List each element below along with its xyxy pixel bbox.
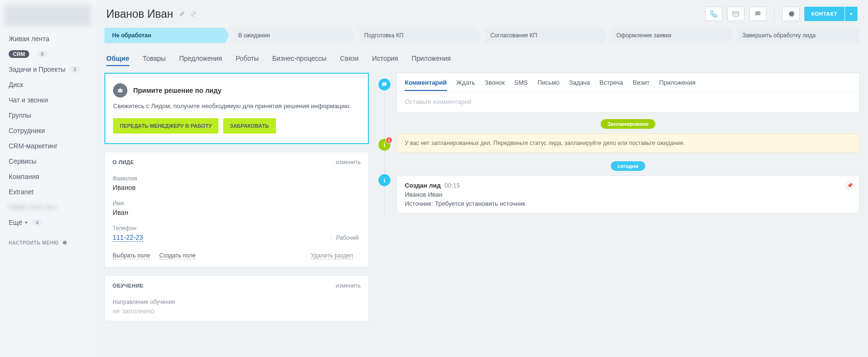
ctab-visit[interactable]: Визит xyxy=(633,79,650,91)
lead-card-title: О ЛИДЕ xyxy=(113,159,134,165)
sidebar: Живая лента CRM 8 Задачи и Проекты 3 Дис… xyxy=(0,0,96,357)
ctab-apps[interactable]: Приложения xyxy=(659,79,696,91)
nav-pill: CRM xyxy=(9,50,29,58)
assign-manager-button[interactable]: ПЕРЕДАТЬ МЕНЕДЖЕРУ В РАБОТУ xyxy=(113,118,218,134)
nav-more[interactable]: Ещё ▼ 4 xyxy=(0,215,96,230)
nav-label: Задачи и Проекты xyxy=(9,66,66,73)
stage-not-processed[interactable]: Не обработан xyxy=(104,28,229,43)
comment-input[interactable]: Оставьте комментарий xyxy=(397,91,859,112)
call-button[interactable] xyxy=(705,7,722,21)
nav-badge: 4 xyxy=(32,219,43,226)
nav-item-company[interactable]: Компания xyxy=(0,169,96,184)
nav-label: hidden item text xyxy=(9,203,56,211)
stage-approve-offer[interactable]: Согласование КП xyxy=(483,28,607,43)
nav-label: Компания xyxy=(9,173,39,180)
nav-item-disk[interactable]: Диск xyxy=(0,77,96,92)
main-content: Иванов Иван КОНТАКТ ▼ Не обработан В ожи… xyxy=(96,0,868,357)
event-source: Источник: Требуется установить источник xyxy=(405,200,851,207)
tab-history[interactable]: История xyxy=(372,50,398,67)
nav-item-extranet[interactable]: Extranet xyxy=(0,184,96,200)
ctab-meeting[interactable]: Встреча xyxy=(600,79,623,91)
education-card: ОБУЧЕНИЕ изменить Направление обучения н… xyxy=(104,275,369,321)
planned-note: У вас нет запланированных дел. Передвинь… xyxy=(397,134,859,153)
lastname-value: Иванов xyxy=(113,184,361,191)
edu-card-edit[interactable]: изменить xyxy=(336,282,361,289)
direction-value: не заполнено xyxy=(113,307,361,315)
firstname-label: Имя xyxy=(113,200,361,207)
ctab-call[interactable]: Звонок xyxy=(485,79,505,91)
event-card: Создан лид 00:15 Иванов Иван Источник: Т… xyxy=(397,176,859,213)
phone-value[interactable]: 111-22-23 xyxy=(113,234,143,242)
nav-configure[interactable]: НАСТРОИТЬ МЕНЮ xyxy=(0,230,96,255)
tab-products[interactable]: Товары xyxy=(143,50,166,67)
header-actions: КОНТАКТ ▼ xyxy=(705,7,857,21)
ctab-sms[interactable]: SMS xyxy=(514,79,528,91)
nav-label: Сотрудники xyxy=(9,127,45,134)
stage-waiting[interactable]: В ожидании xyxy=(230,28,355,43)
gear-icon xyxy=(61,240,67,245)
nav-badge: 3 xyxy=(69,66,80,73)
svg-point-3 xyxy=(121,90,122,91)
right-column: i 1 i Комментарий Ждать Звонок SMS Письм… xyxy=(378,73,859,213)
nav-item-tasks[interactable]: Задачи и Проекты 3 xyxy=(0,62,96,77)
tab-general[interactable]: Общие xyxy=(106,50,129,67)
nav-badge: 8 xyxy=(37,51,47,57)
event-time: 00:15 xyxy=(445,182,460,189)
event-name: Иванов Иван xyxy=(405,191,851,198)
ctab-letter[interactable]: Письмо xyxy=(537,79,560,91)
tab-apps[interactable]: Приложения xyxy=(411,50,451,67)
contact-dropdown[interactable]: ▼ xyxy=(845,7,857,21)
phone-label: Телефон xyxy=(113,225,361,232)
link-icon[interactable] xyxy=(190,11,197,17)
timeline-comment-icon xyxy=(378,78,390,90)
lead-card-edit[interactable]: изменить xyxy=(336,159,361,166)
nav-item-hidden[interactable]: hidden item text xyxy=(0,200,96,215)
settings-button[interactable] xyxy=(782,7,799,21)
contact-button[interactable]: КОНТАКТ xyxy=(804,7,845,21)
nav-item-crm-marketing[interactable]: CRM-маркетинг xyxy=(0,138,96,154)
edu-card-title: ОБУЧЕНИЕ xyxy=(113,283,143,289)
left-column: Примите решение по лиду Свяжитесь с Лидо… xyxy=(104,73,369,329)
comment-panel: Комментарий Ждать Звонок SMS Письмо Зада… xyxy=(397,73,859,112)
nav-item-groups[interactable]: Группы xyxy=(0,108,96,123)
tab-relations[interactable]: Связи xyxy=(340,50,359,67)
logo-placeholder xyxy=(5,5,91,26)
chat-button[interactable] xyxy=(749,7,766,21)
nav-label: Диск xyxy=(9,81,23,89)
select-field-link[interactable]: Выбрать поле xyxy=(113,252,150,259)
tab-robots[interactable]: Роботы xyxy=(236,50,259,67)
nav-item-chat[interactable]: Чат и звонки xyxy=(0,92,96,108)
pin-icon[interactable]: 📌 xyxy=(845,181,854,190)
ctab-wait[interactable]: Ждать xyxy=(457,79,475,91)
nav-label: Сервисы xyxy=(9,157,36,165)
delete-section-link[interactable]: Удалить раздел xyxy=(311,252,353,259)
nav-item-crm[interactable]: CRM 8 xyxy=(0,46,96,62)
tab-offers[interactable]: Предложения xyxy=(179,50,222,67)
decision-card: Примите решение по лиду Свяжитесь с Лидо… xyxy=(104,73,369,144)
header: Иванов Иван КОНТАКТ ▼ xyxy=(96,0,868,28)
create-field-link[interactable]: Создать поле xyxy=(160,252,196,259)
email-button[interactable] xyxy=(727,7,744,21)
stage-bar: Не обработан В ожидании Подготовка КП Со… xyxy=(96,28,868,50)
phone-type: Рабочий xyxy=(331,234,361,241)
robot-icon xyxy=(113,83,127,98)
reject-button[interactable]: ЗАБРАКОВАТЬ xyxy=(223,118,276,134)
ctab-task[interactable]: Задача xyxy=(569,79,590,91)
timeline-event-icon: i xyxy=(378,174,390,186)
header-title-icons xyxy=(179,11,197,17)
nav-label: Extranet xyxy=(9,188,34,196)
nav-item-employees[interactable]: Сотрудники xyxy=(0,123,96,138)
stage-finish[interactable]: Завершить обработку лида xyxy=(735,28,859,43)
nav-item-services[interactable]: Сервисы xyxy=(0,154,96,169)
today-pill: сегодня xyxy=(611,161,645,171)
ctab-comment[interactable]: Комментарий xyxy=(405,79,447,91)
tab-bizproc[interactable]: Бизнес-процессы xyxy=(272,50,326,67)
chevron-down-icon: ▼ xyxy=(24,221,28,225)
stage-application[interactable]: Оформление заявки xyxy=(609,28,733,43)
edit-icon[interactable] xyxy=(179,11,185,17)
detail-tabs: Общие Товары Предложения Роботы Бизнес-п… xyxy=(96,50,868,67)
lastname-label: Фамилия xyxy=(113,175,361,182)
nav-item-feed[interactable]: Живая лента xyxy=(0,31,96,46)
stage-prepare-offer[interactable]: Подготовка КП xyxy=(356,28,481,43)
content-columns: Примите решение по лиду Свяжитесь с Лидо… xyxy=(96,67,868,343)
